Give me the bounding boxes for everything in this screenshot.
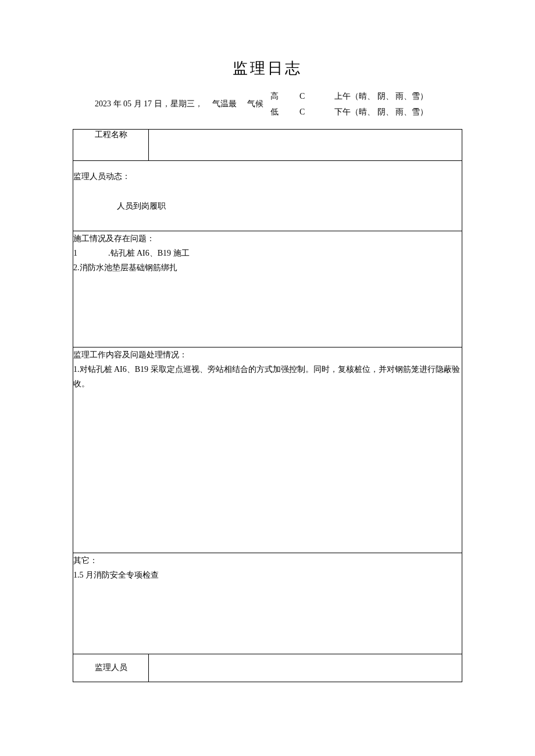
personnel-row: 监理人员动态： 人员到岗履职 [73, 161, 462, 231]
sign-label: 监理人员 [73, 654, 149, 682]
climate-label: 气候 [247, 96, 270, 112]
am-weather: 上午（晴、 阴、 雨、雪） [334, 89, 462, 105]
unit-low: C [299, 105, 334, 120]
high-label: 高 [270, 89, 299, 105]
project-row: 工程名称 [73, 130, 462, 161]
personnel-content: 人员到岗履职 [73, 202, 166, 210]
page-title: 监理日志 [73, 58, 462, 78]
header-info-bar: 2023 年 05 月 17 日，星期三， 气温最 高 C 气候 上午（晴、 阴… [73, 89, 462, 120]
other-title: 其它： [73, 553, 462, 568]
construction-title: 施工情况及存在问题： [73, 231, 462, 246]
sign-row: 监理人员 [73, 654, 462, 682]
supervision-line1: 1.对钻孔桩 AI6、B19 采取定点巡视、旁站相结合的方式加强控制。同时，复核… [73, 362, 462, 391]
sign-value [149, 654, 462, 682]
supervision-title: 监理工作内容及问题处理情况： [73, 347, 462, 362]
unit-high: C [299, 89, 334, 105]
project-label: 工程名称 [73, 130, 149, 161]
personnel-title: 监理人员动态： [73, 169, 462, 184]
construction-line2: 2.消防水池垫层基础钢筋绑扎 [73, 260, 462, 275]
log-table: 工程名称 监理人员动态： 人员到岗履职 施工情况及存在问题： 1.钻孔桩 AI6… [73, 129, 462, 682]
low-label: 低 [270, 105, 299, 120]
project-value [149, 130, 462, 161]
date-text: 2023 年 05 月 17 日，星期三， [73, 96, 212, 112]
supervision-row: 监理工作内容及问题处理情况： 1.对钻孔桩 AI6、B19 采取定点巡视、旁站相… [73, 347, 462, 553]
construction-row: 施工情况及存在问题： 1.钻孔桩 AI6、B19 施工 2.消防水池垫层基础钢筋… [73, 231, 462, 347]
construction-line1-text: .钻孔桩 AI6、B19 施工 [108, 249, 190, 257]
temp-label: 气温最 [212, 96, 247, 112]
other-line1: 1.5 月消防安全专项检查 [73, 568, 462, 582]
pm-weather: 下午（晴、 阴、 雨、雪） [334, 105, 462, 120]
construction-line1-num: 1 [73, 246, 108, 260]
other-row: 其它： 1.5 月消防安全专项检查 [73, 553, 462, 654]
